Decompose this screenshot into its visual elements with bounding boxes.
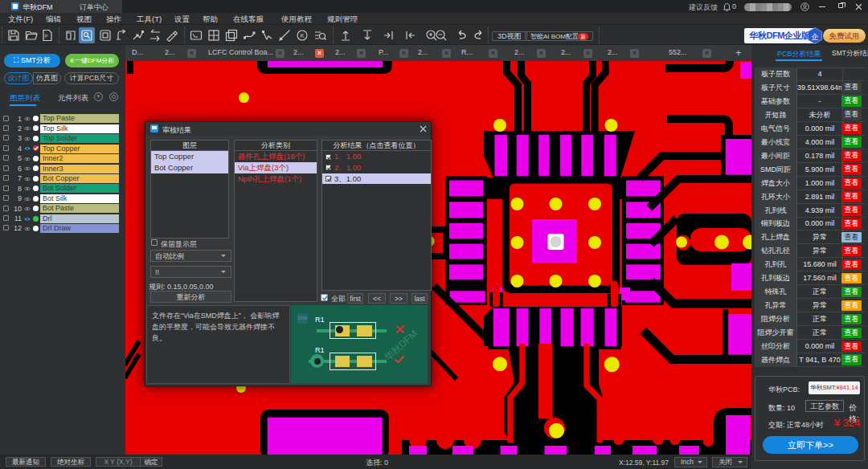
svg-text:P: P (45, 34, 48, 39)
svg-text:K: K (301, 32, 305, 39)
svg-text:企: 企 (812, 33, 819, 41)
